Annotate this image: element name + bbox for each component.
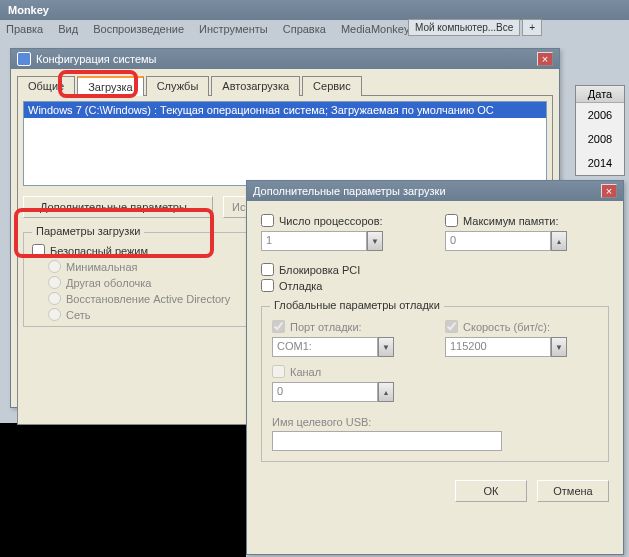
tab-general[interactable]: Общие xyxy=(17,76,75,96)
debug-port-checkbox: Порт отладки: xyxy=(272,320,425,333)
baud-input xyxy=(445,320,458,333)
baud-label: Скорость (бит/с): xyxy=(463,321,550,333)
global-debug-group-title: Глобальные параметры отладки xyxy=(270,299,444,311)
debug-port-label: Порт отладки: xyxy=(290,321,362,333)
baud-checkbox: Скорость (бит/с): xyxy=(445,320,598,333)
msconfig-icon xyxy=(17,52,31,66)
menu-help[interactable]: Справка xyxy=(283,23,326,35)
app-tab-add[interactable]: + xyxy=(522,19,542,36)
side-year-2006[interactable]: 2006 xyxy=(576,103,624,127)
advanced-options-window: Дополнительные параметры загрузки × Числ… xyxy=(246,180,624,555)
radio-network-label: Сеть xyxy=(66,309,90,321)
ok-button[interactable]: ОК xyxy=(455,480,527,502)
debug-checkbox[interactable]: Отладка xyxy=(261,279,609,292)
channel-value: 0 xyxy=(272,382,378,402)
app-title: Monkey xyxy=(8,4,49,16)
side-panel: Дата 2006 2008 2014 xyxy=(575,85,625,176)
usb-target-input xyxy=(272,431,502,451)
radio-minimal-input xyxy=(48,260,61,273)
tab-services[interactable]: Службы xyxy=(146,76,210,96)
debug-port-value: COM1: xyxy=(272,337,378,357)
spinner-icon: ▴ xyxy=(378,382,394,402)
app-titlebar: Monkey xyxy=(0,0,629,20)
menu-edit[interactable]: Правка xyxy=(6,23,43,35)
pci-lock-checkbox[interactable]: Блокировка PCI xyxy=(261,263,609,276)
tab-startup[interactable]: Автозагрузка xyxy=(211,76,300,96)
pci-lock-label: Блокировка PCI xyxy=(279,264,360,276)
advanced-options-button[interactable]: Дополнительные параметры... xyxy=(23,196,213,218)
safe-mode-label: Безопасный режим xyxy=(50,245,148,257)
radio-adrepair-input xyxy=(48,292,61,305)
chevron-down-icon[interactable]: ▼ xyxy=(367,231,383,251)
num-proc-checkbox[interactable]: Число процессоров: xyxy=(261,214,425,227)
max-mem-label: Максимум памяти: xyxy=(463,215,559,227)
tab-boot[interactable]: Загрузка xyxy=(77,76,143,96)
pci-lock-input[interactable] xyxy=(261,263,274,276)
channel-label: Канал xyxy=(290,366,321,378)
num-proc-value[interactable]: 1 xyxy=(261,231,367,251)
side-header-date[interactable]: Дата xyxy=(576,86,624,103)
max-mem-input[interactable] xyxy=(445,214,458,227)
adv-title: Дополнительные параметры загрузки xyxy=(253,185,446,197)
close-icon[interactable]: × xyxy=(601,184,617,198)
menu-view[interactable]: Вид xyxy=(58,23,78,35)
usb-target-label: Имя целевого USB: xyxy=(272,416,598,428)
cancel-button[interactable]: Отмена xyxy=(537,480,609,502)
max-mem-checkbox[interactable]: Максимум памяти: xyxy=(445,214,609,227)
adv-titlebar[interactable]: Дополнительные параметры загрузки × xyxy=(247,181,623,201)
boot-params-group-title: Параметры загрузки xyxy=(32,225,144,237)
os-selected-entry[interactable]: Windows 7 (C:\Windows) : Текущая операци… xyxy=(24,102,546,118)
spinner-icon[interactable]: ▴ xyxy=(551,231,567,251)
menu-play[interactable]: Воспроизведение xyxy=(93,23,184,35)
num-proc-label: Число процессоров: xyxy=(279,215,383,227)
menu-tools[interactable]: Инструменты xyxy=(199,23,268,35)
safe-mode-input[interactable] xyxy=(32,244,45,257)
os-list[interactable]: Windows 7 (C:\Windows) : Текущая операци… xyxy=(23,101,547,186)
radio-minimal-label: Минимальная xyxy=(66,261,138,273)
baud-value: 115200 xyxy=(445,337,551,357)
black-region xyxy=(0,423,246,557)
radio-altshell-label: Другая оболочка xyxy=(66,277,151,289)
debug-input[interactable] xyxy=(261,279,274,292)
radio-altshell-input xyxy=(48,276,61,289)
close-icon[interactable]: × xyxy=(537,52,553,66)
side-year-2014[interactable]: 2014 xyxy=(576,151,624,175)
radio-network-input xyxy=(48,308,61,321)
debug-port-input xyxy=(272,320,285,333)
app-tab-mycomputer[interactable]: Мой компьютер...Все xyxy=(408,19,520,36)
radio-adrepair-label: Восстановление Active Directory xyxy=(66,293,230,305)
tab-tools[interactable]: Сервис xyxy=(302,76,362,96)
chevron-down-icon: ▼ xyxy=(378,337,394,357)
msconfig-title: Конфигурация системы xyxy=(36,53,157,65)
max-mem-value[interactable]: 0 xyxy=(445,231,551,251)
channel-checkbox: Канал xyxy=(272,365,425,378)
msconfig-titlebar[interactable]: Конфигурация системы × xyxy=(11,49,559,69)
num-proc-input[interactable] xyxy=(261,214,274,227)
side-year-2008[interactable]: 2008 xyxy=(576,127,624,151)
chevron-down-icon: ▼ xyxy=(551,337,567,357)
channel-input xyxy=(272,365,285,378)
debug-label: Отладка xyxy=(279,280,322,292)
